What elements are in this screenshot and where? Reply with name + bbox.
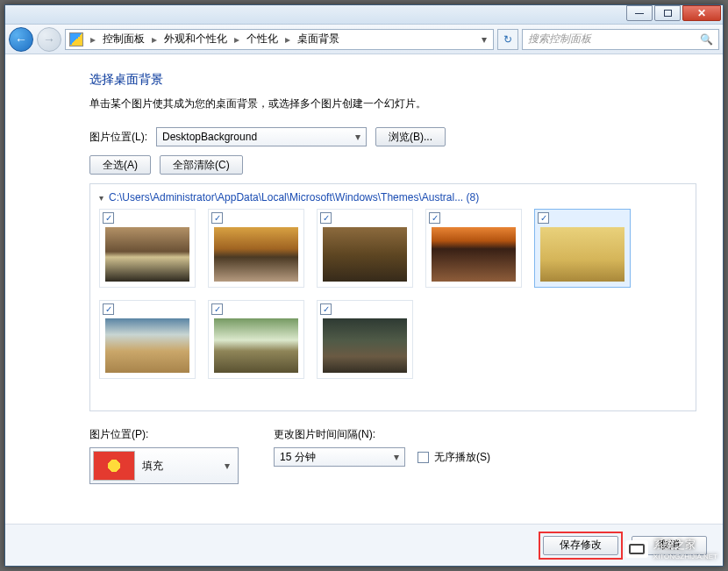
position-preview-icon xyxy=(93,451,135,481)
minimize-icon xyxy=(635,13,644,14)
thumbnail-grid: ✓✓✓✓✓✓✓✓ xyxy=(99,209,687,379)
crumb-control-panel[interactable]: 控制面板 xyxy=(103,32,145,46)
thumbnail-australia-8[interactable]: ✓ xyxy=(317,300,413,379)
control-panel-icon xyxy=(69,32,83,46)
thumbnail-image xyxy=(105,227,189,282)
crumb-personalization[interactable]: 个性化 xyxy=(246,32,278,46)
picture-location-value: DesktopBackground xyxy=(162,131,257,143)
position-section: 图片位置(P): 填充 ▾ xyxy=(89,427,239,484)
thumbnail-australia-4[interactable]: ✓ xyxy=(425,209,522,288)
interval-section: 更改图片时间间隔(N): 15 分钟 ▾ 无序播放(S) xyxy=(274,427,490,484)
group-path: C:\Users\Administrator\AppData\Local\Mic… xyxy=(109,191,479,203)
select-all-button[interactable]: 全选(A) xyxy=(89,155,151,175)
save-highlight: 保存修改 xyxy=(539,532,623,560)
thumbnail-image xyxy=(432,227,516,282)
shuffle-label: 无序播放(S) xyxy=(434,450,490,465)
crumb-sep: ▸ xyxy=(87,33,99,46)
thumbnail-checkbox[interactable]: ✓ xyxy=(103,212,114,224)
page-description: 单击某个图片使其成为您的桌面背景，或选择多个图片创建一个幻灯片。 xyxy=(89,96,696,111)
picture-location-label: 图片位置(L): xyxy=(89,130,147,145)
thumbnail-australia-5[interactable]: ✓ xyxy=(534,209,631,288)
navbar: ← → ▸ 控制面板 ▸ 外观和个性化 ▸ 个性化 ▸ 桌面背景 ▾ ↻ 搜索控… xyxy=(5,25,723,54)
save-button[interactable]: 保存修改 xyxy=(543,536,618,555)
collapse-icon: ▾ xyxy=(99,193,103,203)
chevron-down-icon: ▾ xyxy=(225,460,235,472)
close-button[interactable]: ✕ xyxy=(682,5,721,21)
thumbnail-image xyxy=(323,318,407,373)
thumbnail-checkbox[interactable]: ✓ xyxy=(211,303,223,315)
thumbnail-checkbox[interactable]: ✓ xyxy=(320,303,332,315)
nav-back-button[interactable]: ← xyxy=(9,27,33,52)
search-icon: 🔍 xyxy=(700,33,713,46)
thumbnail-australia-1[interactable]: ✓ xyxy=(99,209,196,288)
thumbnail-image xyxy=(323,227,407,282)
page-title: 选择桌面背景 xyxy=(89,72,696,88)
search-placeholder: 搜索控制面板 xyxy=(528,32,591,46)
refresh-button[interactable]: ↻ xyxy=(497,29,518,50)
chevron-down-icon: ▾ xyxy=(355,131,360,143)
maximize-button[interactable] xyxy=(654,5,681,21)
interval-combo[interactable]: 15 分钟 ▾ xyxy=(274,447,405,467)
minimize-button[interactable] xyxy=(626,5,653,21)
checkbox-icon xyxy=(418,452,429,463)
address-dropdown-icon[interactable]: ▾ xyxy=(479,33,489,46)
thumbnail-checkbox[interactable]: ✓ xyxy=(103,303,114,315)
thumbnail-image xyxy=(540,227,625,282)
picture-location-combo[interactable]: DesktopBackground ▾ xyxy=(156,127,367,146)
crumb-desktop-background[interactable]: 桌面背景 xyxy=(297,32,339,46)
position-combo[interactable]: 填充 ▾ xyxy=(89,447,239,484)
thumbnail-image xyxy=(214,227,298,282)
position-label: 图片位置(P): xyxy=(89,427,239,442)
window: ✕ ← → ▸ 控制面板 ▸ 外观和个性化 ▸ 个性化 ▸ 桌面背景 ▾ ↻ 搜… xyxy=(4,4,724,567)
thumbnail-image xyxy=(214,318,298,373)
interval-value: 15 分钟 xyxy=(280,450,316,465)
clear-all-button[interactable]: 全部清除(C) xyxy=(160,155,243,175)
footer: 保存修改 取消 xyxy=(5,524,723,566)
crumb-appearance[interactable]: 外观和个性化 xyxy=(164,32,227,46)
browse-button[interactable]: 浏览(B)... xyxy=(375,127,446,146)
back-icon: ← xyxy=(15,32,27,46)
chevron-down-icon: ▾ xyxy=(394,451,399,463)
forward-icon: → xyxy=(43,32,55,46)
shuffle-checkbox[interactable]: 无序播放(S) xyxy=(418,450,490,465)
search-input[interactable]: 搜索控制面板 🔍 xyxy=(522,29,719,50)
interval-label: 更改图片时间间隔(N): xyxy=(274,427,490,442)
thumbnail-australia-2[interactable]: ✓ xyxy=(208,209,304,288)
thumbnail-australia-3[interactable]: ✓ xyxy=(317,209,413,288)
cancel-button[interactable]: 取消 xyxy=(632,536,707,555)
group-header[interactable]: ▾ C:\Users\Administrator\AppData\Local\M… xyxy=(99,191,687,203)
thumbnail-image xyxy=(105,318,189,373)
titlebar: ✕ xyxy=(5,5,723,25)
thumbnail-australia-6[interactable]: ✓ xyxy=(99,300,196,379)
thumbnail-checkbox[interactable]: ✓ xyxy=(320,212,332,224)
close-icon: ✕ xyxy=(697,7,706,19)
maximize-icon xyxy=(664,10,672,17)
thumbnail-checkbox[interactable]: ✓ xyxy=(211,212,223,224)
nav-forward-button[interactable]: → xyxy=(37,27,61,52)
thumbnail-australia-7[interactable]: ✓ xyxy=(208,300,304,379)
wallpaper-gallery: ▾ C:\Users\Administrator\AppData\Local\M… xyxy=(89,183,696,411)
content: 选择桌面背景 单击某个图片使其成为您的桌面背景，或选择多个图片创建一个幻灯片。 … xyxy=(5,54,723,566)
thumbnail-checkbox[interactable]: ✓ xyxy=(538,212,549,224)
position-value: 填充 xyxy=(142,459,163,474)
refresh-icon: ↻ xyxy=(503,33,512,46)
address-bar[interactable]: ▸ 控制面板 ▸ 外观和个性化 ▸ 个性化 ▸ 桌面背景 ▾ xyxy=(65,29,494,50)
thumbnail-checkbox[interactable]: ✓ xyxy=(429,212,440,224)
